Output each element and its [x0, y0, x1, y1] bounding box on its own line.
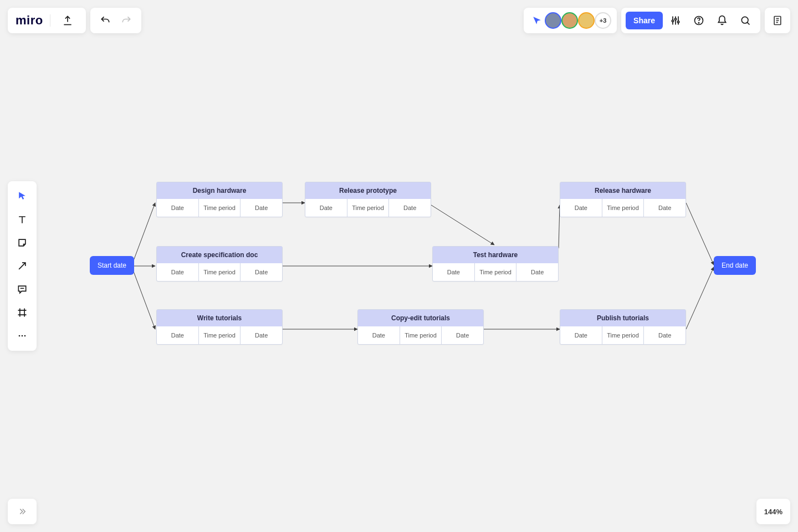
redo-button[interactable] — [116, 10, 137, 31]
upload-icon — [62, 15, 73, 26]
task-cell-end: Date — [644, 199, 686, 217]
avatar[interactable] — [561, 12, 578, 29]
avatar[interactable] — [545, 12, 561, 29]
more-icon — [17, 330, 28, 341]
select-tool[interactable] — [12, 186, 33, 207]
task-test-hardware[interactable]: Test hardware Date Time period Date — [432, 246, 559, 282]
canvas[interactable]: Start date End date Design hardware Date… — [0, 0, 798, 532]
task-title: Release hardware — [560, 182, 686, 199]
toolbar — [8, 181, 37, 351]
task-cell-duration: Time period — [602, 199, 644, 217]
notes-button[interactable] — [765, 8, 790, 33]
svg-line-2 — [132, 267, 155, 329]
task-title: Test hardware — [433, 247, 558, 263]
bell-icon — [717, 15, 728, 26]
actions-panel: Share — [621, 8, 760, 33]
task-cell-start: Date — [358, 326, 400, 344]
start-node[interactable]: Start date — [90, 256, 134, 275]
svg-point-13 — [677, 21, 679, 23]
export-button[interactable] — [57, 10, 78, 31]
task-cell-end: Date — [644, 326, 686, 344]
task-copy-edit-tutorials[interactable]: Copy-edit tutorials Date Time period Dat… — [357, 309, 484, 345]
svg-point-11 — [672, 20, 673, 22]
task-publish-tutorials[interactable]: Publish tutorials Date Time period Date — [560, 309, 686, 345]
notes-icon — [772, 15, 783, 26]
share-button[interactable]: Share — [626, 12, 663, 29]
task-cell-start: Date — [433, 263, 475, 281]
svg-line-7 — [686, 203, 714, 265]
sticky-tool[interactable] — [12, 232, 33, 253]
task-cell-end: Date — [241, 199, 282, 217]
task-cell-duration: Time period — [347, 199, 390, 217]
arrow-icon — [17, 260, 28, 272]
task-cell-end: Date — [241, 326, 282, 344]
task-cell-duration: Time period — [602, 326, 644, 344]
zoom-indicator[interactable]: 144% — [756, 499, 790, 524]
task-cell-start: Date — [560, 326, 602, 344]
task-title: Write tutorials — [157, 310, 282, 326]
task-title: Publish tutorials — [560, 310, 686, 326]
presentation-button[interactable] — [529, 10, 545, 31]
task-release-hardware[interactable]: Release hardware Date Time period Date — [560, 182, 686, 217]
task-write-tutorials[interactable]: Write tutorials Date Time period Date — [156, 309, 283, 345]
search-icon — [740, 15, 751, 26]
undo-icon — [100, 15, 111, 26]
undo-button[interactable] — [95, 10, 116, 31]
start-label: Start date — [98, 262, 126, 269]
end-label: End date — [722, 262, 748, 269]
chevrons-right-icon — [17, 507, 27, 516]
text-icon — [17, 214, 28, 225]
logo-panel: miro — [8, 8, 86, 33]
task-cell-duration: Time period — [199, 199, 241, 217]
avatar[interactable] — [578, 12, 595, 29]
svg-point-12 — [674, 18, 676, 20]
task-spec-doc[interactable]: Create specification doc Date Time perio… — [156, 246, 283, 282]
task-cell-end: Date — [389, 199, 431, 217]
app-logo[interactable]: miro — [16, 13, 43, 28]
avatar-overflow-count: +3 — [600, 17, 607, 24]
search-button[interactable] — [735, 10, 756, 31]
cursor-flag-icon — [532, 16, 542, 25]
task-cell-duration: Time period — [475, 263, 517, 281]
sliders-icon — [670, 15, 681, 26]
svg-point-19 — [22, 335, 23, 337]
more-tools[interactable] — [12, 325, 33, 346]
notifications-button[interactable] — [712, 10, 733, 31]
comment-tool[interactable] — [12, 279, 33, 300]
expand-toolbar-button[interactable] — [8, 499, 37, 524]
avatar-overflow[interactable]: +3 — [595, 12, 611, 29]
settings-button[interactable] — [665, 10, 686, 31]
task-cell-start: Date — [560, 199, 602, 217]
task-cell-duration: Time period — [199, 326, 241, 344]
svg-point-18 — [19, 335, 21, 337]
task-release-prototype[interactable]: Release prototype Date Time period Date — [305, 182, 431, 217]
task-cell-end: Date — [241, 263, 282, 281]
task-cell-start: Date — [157, 199, 199, 217]
task-cell-end: Date — [516, 263, 558, 281]
help-button[interactable] — [688, 10, 709, 31]
redo-icon — [121, 15, 132, 26]
share-label: Share — [633, 16, 655, 25]
svg-point-16 — [741, 17, 748, 23]
undo-redo-panel — [90, 8, 141, 33]
task-cell-duration: Time period — [199, 263, 241, 281]
comment-icon — [17, 284, 28, 295]
sticky-note-icon — [17, 237, 28, 248]
task-cell-start: Date — [305, 199, 347, 217]
frame-tool[interactable] — [12, 302, 33, 323]
arrow-tool[interactable] — [12, 255, 33, 277]
svg-point-15 — [698, 23, 699, 23]
task-design-hardware[interactable]: Design hardware Date Time period Date — [156, 182, 283, 217]
task-title: Release prototype — [305, 182, 431, 199]
end-node[interactable]: End date — [714, 256, 756, 275]
zoom-value: 144% — [764, 508, 782, 516]
svg-point-20 — [24, 335, 26, 337]
task-title: Create specification doc — [157, 247, 282, 263]
help-icon — [693, 15, 704, 26]
task-cell-duration: Time period — [400, 326, 442, 344]
task-title: Copy-edit tutorials — [358, 310, 483, 326]
cursor-icon — [17, 191, 28, 202]
divider — [50, 14, 50, 27]
svg-line-10 — [686, 267, 714, 329]
text-tool[interactable] — [12, 209, 33, 230]
